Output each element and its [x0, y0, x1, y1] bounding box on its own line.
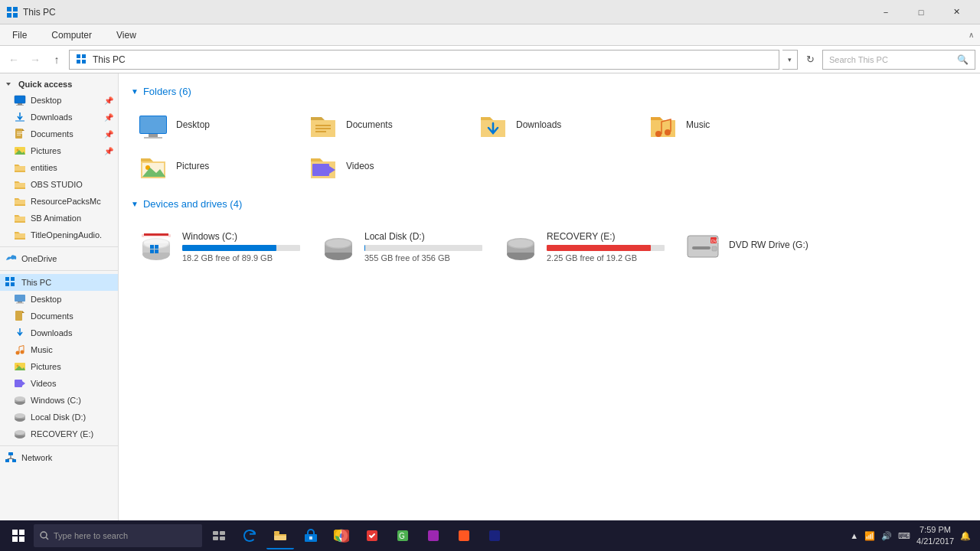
sidebar-item-videos-pc[interactable]: Videos: [0, 375, 118, 392]
ribbon-tab-view[interactable]: View: [110, 27, 142, 44]
svg-point-94: [508, 240, 533, 248]
svg-point-50: [15, 430, 25, 435]
svg-rect-108: [12, 530, 18, 535]
taskbar-app-7[interactable]: G: [389, 522, 416, 549]
sidebar-item-resourcepacks[interactable]: ResourcePacksMc: [0, 193, 118, 210]
sidebar-titleaudio-label: TitleOpeningAudio.: [31, 230, 102, 240]
pictures-pc-icon: [14, 360, 26, 373]
sidebar-desktop-label: Desktop: [31, 96, 61, 105]
device-item-recovery[interactable]: RECOVERY (E:) 2.25 GB free of 19.2 GB: [495, 217, 671, 276]
taskbar-chrome[interactable]: [328, 522, 355, 549]
ribbon-tab-file[interactable]: File: [6, 27, 33, 44]
taskbar-app-10[interactable]: [481, 522, 508, 549]
sidebar-item-desktop-quick[interactable]: Desktop 📌: [0, 92, 118, 109]
up-button[interactable]: ↑: [47, 51, 66, 69]
folder-icon-obs: [14, 178, 26, 191]
folders-grid: Desktop Documents: [131, 105, 968, 186]
sidebar-item-pictures-quick[interactable]: Pictures 📌: [0, 142, 118, 159]
sidebar-item-downloads-quick[interactable]: Downloads 📌: [0, 109, 118, 126]
maximize-button[interactable]: □: [903, 0, 939, 24]
downloads-pc-icon: [14, 327, 26, 339]
app8-icon: [426, 528, 441, 543]
sidebar-item-documents-quick[interactable]: Documents 📌: [0, 126, 118, 142]
folder-item-music[interactable]: Music: [641, 105, 809, 145]
sidebar-item-thispc[interactable]: This PC: [0, 274, 118, 291]
device-progress-fill-recovery: [547, 245, 651, 251]
device-name-recovery: RECOVERY (E:): [547, 231, 665, 242]
folder-item-pictures[interactable]: Pictures: [131, 146, 299, 186]
sidebar-item-music-pc[interactable]: Music: [0, 341, 118, 358]
device-item-localdisk[interactable]: Local Disk (D:) 355 GB free of 356 GB: [313, 217, 489, 276]
minimize-button[interactable]: −: [868, 0, 903, 24]
address-dropdown[interactable]: ▾: [782, 50, 798, 70]
app7-icon: G: [395, 528, 410, 543]
sidebar-item-desktop-pc[interactable]: Desktop: [0, 291, 118, 308]
folder-icon-pictures: [138, 151, 168, 181]
app9-icon: [456, 528, 472, 543]
title-bar: This PC − □ ✕: [0, 0, 980, 24]
windows-drive-icon: [14, 394, 26, 406]
ribbon-expand-button[interactable]: ∧: [969, 31, 974, 39]
address-path[interactable]: This PC: [69, 50, 779, 70]
quick-access-header[interactable]: Quick access: [0, 77, 118, 92]
svg-rect-110: [12, 536, 18, 542]
sidebar-item-recovery-drive[interactable]: RECOVERY (E:): [0, 425, 118, 442]
start-button[interactable]: [3, 520, 34, 551]
onedrive-icon: [5, 253, 17, 265]
back-button[interactable]: ←: [5, 51, 23, 69]
recovery-device-icon: [502, 228, 539, 265]
sidebar-item-onedrive[interactable]: OneDrive: [0, 250, 118, 267]
pin-icon-2: 📌: [104, 113, 113, 122]
folder-downloads-label: Downloads: [516, 119, 561, 130]
folder-item-documents[interactable]: Documents: [301, 105, 469, 145]
svg-rect-52: [5, 459, 9, 462]
edge-icon: [242, 528, 257, 543]
search-icon-button[interactable]: 🔍: [957, 54, 969, 65]
folder-item-videos[interactable]: Videos: [301, 146, 469, 186]
taskbar-search-box[interactable]: Type here to search: [34, 524, 202, 547]
folders-section-header: ▼ Folders (6): [131, 86, 968, 97]
sidebar-item-titleaudio[interactable]: TitleOpeningAudio.: [0, 227, 118, 243]
taskbar-task-view[interactable]: [205, 522, 233, 549]
sidebar-item-documents-pc[interactable]: Documents: [0, 308, 118, 324]
folder-videos-label: Videos: [346, 161, 374, 171]
device-item-dvd[interactable]: DVD DVD RW Drive (G:): [678, 217, 854, 276]
folder-item-downloads[interactable]: Downloads: [471, 105, 639, 145]
folders-chevron[interactable]: ▼: [131, 87, 139, 96]
taskbar-edge[interactable]: [236, 522, 263, 549]
refresh-button[interactable]: ↻: [801, 51, 819, 69]
sidebar-item-pictures-pc[interactable]: Pictures: [0, 358, 118, 375]
taskbar-app-9[interactable]: [450, 522, 478, 549]
taskbar-file-explorer[interactable]: [266, 522, 294, 549]
folder-item-desktop[interactable]: Desktop: [131, 105, 299, 145]
sidebar-divider-2: [0, 270, 118, 271]
sidebar-item-local-disk[interactable]: Local Disk (D:): [0, 409, 118, 425]
search-box[interactable]: Search This PC 🔍: [822, 50, 975, 70]
file-explorer-icon: [273, 527, 288, 543]
tray-expand[interactable]: ▲: [850, 531, 858, 540]
svg-rect-30: [15, 295, 25, 302]
taskbar-store[interactable]: [297, 522, 325, 549]
device-item-windows[interactable]: Windows (C:) 18.2 GB free of 89.9 GB: [131, 217, 307, 276]
svg-rect-40: [15, 380, 22, 387]
thispc-icon: [5, 276, 17, 289]
taskbar-app-6[interactable]: [358, 522, 386, 549]
close-button[interactable]: ✕: [939, 0, 974, 24]
sidebar-item-obs[interactable]: OBS STUDIO: [0, 176, 118, 193]
device-size-recovery: 2.25 GB free of 19.2 GB: [547, 253, 665, 262]
pin-icon: 📌: [104, 96, 113, 105]
devices-chevron[interactable]: ▼: [131, 200, 139, 208]
sidebar-item-windows-drive[interactable]: Windows (C:): [0, 392, 118, 409]
svg-rect-33: [15, 311, 22, 321]
app6-icon: [364, 528, 380, 543]
forward-button[interactable]: →: [26, 51, 44, 69]
ribbon-tab-computer[interactable]: Computer: [45, 27, 98, 44]
tray-notifications[interactable]: 🔔: [960, 531, 971, 541]
sidebar-item-entities[interactable]: entities: [0, 159, 118, 176]
sidebar-item-sbanim[interactable]: SB Animation: [0, 210, 118, 227]
taskbar-app-8[interactable]: [420, 522, 447, 549]
sidebar-item-downloads-pc[interactable]: Downloads: [0, 324, 118, 341]
svg-rect-12: [15, 120, 24, 122]
sidebar-item-network[interactable]: Network: [0, 449, 118, 466]
taskbar-clock[interactable]: 7:59 PM 4/21/2017: [916, 524, 954, 548]
